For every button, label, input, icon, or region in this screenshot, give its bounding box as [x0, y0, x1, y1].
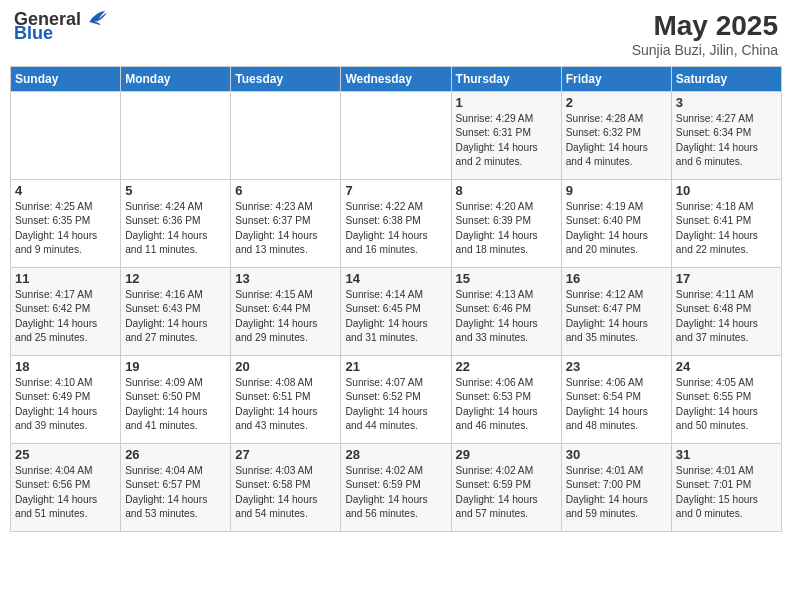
day-info: Sunrise: 4:14 AMSunset: 6:45 PMDaylight:… [345, 288, 446, 345]
day-number: 19 [125, 359, 226, 374]
day-number: 25 [15, 447, 116, 462]
day-info: Sunrise: 4:09 AMSunset: 6:50 PMDaylight:… [125, 376, 226, 433]
day-number: 24 [676, 359, 777, 374]
day-number: 29 [456, 447, 557, 462]
calendar-cell: 27Sunrise: 4:03 AMSunset: 6:58 PMDayligh… [231, 444, 341, 532]
day-info: Sunrise: 4:01 AMSunset: 7:00 PMDaylight:… [566, 464, 667, 521]
day-number: 12 [125, 271, 226, 286]
calendar-table: SundayMondayTuesdayWednesdayThursdayFrid… [10, 66, 782, 532]
day-number: 18 [15, 359, 116, 374]
day-number: 28 [345, 447, 446, 462]
day-info: Sunrise: 4:05 AMSunset: 6:55 PMDaylight:… [676, 376, 777, 433]
day-info: Sunrise: 4:17 AMSunset: 6:42 PMDaylight:… [15, 288, 116, 345]
day-number: 15 [456, 271, 557, 286]
calendar-cell: 29Sunrise: 4:02 AMSunset: 6:59 PMDayligh… [451, 444, 561, 532]
logo-text: General Blue [14, 10, 107, 44]
title-block: May 2025 Sunjia Buzi, Jilin, China [632, 10, 778, 58]
day-number: 17 [676, 271, 777, 286]
day-info: Sunrise: 4:20 AMSunset: 6:39 PMDaylight:… [456, 200, 557, 257]
day-number: 5 [125, 183, 226, 198]
calendar-cell: 23Sunrise: 4:06 AMSunset: 6:54 PMDayligh… [561, 356, 671, 444]
calendar-header-row: SundayMondayTuesdayWednesdayThursdayFrid… [11, 67, 782, 92]
day-number: 13 [235, 271, 336, 286]
calendar-cell: 28Sunrise: 4:02 AMSunset: 6:59 PMDayligh… [341, 444, 451, 532]
day-number: 26 [125, 447, 226, 462]
header-wednesday: Wednesday [341, 67, 451, 92]
day-info: Sunrise: 4:04 AMSunset: 6:56 PMDaylight:… [15, 464, 116, 521]
day-info: Sunrise: 4:23 AMSunset: 6:37 PMDaylight:… [235, 200, 336, 257]
calendar-title: May 2025 [632, 10, 778, 42]
day-info: Sunrise: 4:03 AMSunset: 6:58 PMDaylight:… [235, 464, 336, 521]
calendar-cell [11, 92, 121, 180]
logo-blue-text: Blue [14, 24, 107, 44]
calendar-cell [341, 92, 451, 180]
day-number: 31 [676, 447, 777, 462]
day-info: Sunrise: 4:02 AMSunset: 6:59 PMDaylight:… [456, 464, 557, 521]
day-info: Sunrise: 4:15 AMSunset: 6:44 PMDaylight:… [235, 288, 336, 345]
day-info: Sunrise: 4:13 AMSunset: 6:46 PMDaylight:… [456, 288, 557, 345]
day-info: Sunrise: 4:27 AMSunset: 6:34 PMDaylight:… [676, 112, 777, 169]
calendar-cell: 25Sunrise: 4:04 AMSunset: 6:56 PMDayligh… [11, 444, 121, 532]
header-sunday: Sunday [11, 67, 121, 92]
calendar-cell: 21Sunrise: 4:07 AMSunset: 6:52 PMDayligh… [341, 356, 451, 444]
calendar-cell: 26Sunrise: 4:04 AMSunset: 6:57 PMDayligh… [121, 444, 231, 532]
header-monday: Monday [121, 67, 231, 92]
day-number: 30 [566, 447, 667, 462]
day-info: Sunrise: 4:22 AMSunset: 6:38 PMDaylight:… [345, 200, 446, 257]
day-number: 8 [456, 183, 557, 198]
header-friday: Friday [561, 67, 671, 92]
day-number: 21 [345, 359, 446, 374]
day-number: 23 [566, 359, 667, 374]
calendar-cell: 30Sunrise: 4:01 AMSunset: 7:00 PMDayligh… [561, 444, 671, 532]
day-info: Sunrise: 4:08 AMSunset: 6:51 PMDaylight:… [235, 376, 336, 433]
calendar-cell: 10Sunrise: 4:18 AMSunset: 6:41 PMDayligh… [671, 180, 781, 268]
calendar-cell: 5Sunrise: 4:24 AMSunset: 6:36 PMDaylight… [121, 180, 231, 268]
day-info: Sunrise: 4:02 AMSunset: 6:59 PMDaylight:… [345, 464, 446, 521]
day-info: Sunrise: 4:24 AMSunset: 6:36 PMDaylight:… [125, 200, 226, 257]
week-row-2: 4Sunrise: 4:25 AMSunset: 6:35 PMDaylight… [11, 180, 782, 268]
week-row-3: 11Sunrise: 4:17 AMSunset: 6:42 PMDayligh… [11, 268, 782, 356]
day-info: Sunrise: 4:19 AMSunset: 6:40 PMDaylight:… [566, 200, 667, 257]
day-info: Sunrise: 4:06 AMSunset: 6:53 PMDaylight:… [456, 376, 557, 433]
day-number: 27 [235, 447, 336, 462]
week-row-4: 18Sunrise: 4:10 AMSunset: 6:49 PMDayligh… [11, 356, 782, 444]
day-info: Sunrise: 4:18 AMSunset: 6:41 PMDaylight:… [676, 200, 777, 257]
calendar-cell: 20Sunrise: 4:08 AMSunset: 6:51 PMDayligh… [231, 356, 341, 444]
day-number: 7 [345, 183, 446, 198]
calendar-cell: 7Sunrise: 4:22 AMSunset: 6:38 PMDaylight… [341, 180, 451, 268]
calendar-cell: 9Sunrise: 4:19 AMSunset: 6:40 PMDaylight… [561, 180, 671, 268]
calendar-cell: 17Sunrise: 4:11 AMSunset: 6:48 PMDayligh… [671, 268, 781, 356]
day-info: Sunrise: 4:28 AMSunset: 6:32 PMDaylight:… [566, 112, 667, 169]
day-number: 11 [15, 271, 116, 286]
calendar-cell: 2Sunrise: 4:28 AMSunset: 6:32 PMDaylight… [561, 92, 671, 180]
calendar-cell: 31Sunrise: 4:01 AMSunset: 7:01 PMDayligh… [671, 444, 781, 532]
calendar-cell: 15Sunrise: 4:13 AMSunset: 6:46 PMDayligh… [451, 268, 561, 356]
calendar-cell: 1Sunrise: 4:29 AMSunset: 6:31 PMDaylight… [451, 92, 561, 180]
day-number: 10 [676, 183, 777, 198]
day-number: 6 [235, 183, 336, 198]
calendar-cell: 6Sunrise: 4:23 AMSunset: 6:37 PMDaylight… [231, 180, 341, 268]
header-saturday: Saturday [671, 67, 781, 92]
day-info: Sunrise: 4:12 AMSunset: 6:47 PMDaylight:… [566, 288, 667, 345]
calendar-cell: 8Sunrise: 4:20 AMSunset: 6:39 PMDaylight… [451, 180, 561, 268]
day-number: 4 [15, 183, 116, 198]
week-row-5: 25Sunrise: 4:04 AMSunset: 6:56 PMDayligh… [11, 444, 782, 532]
logo: General Blue [14, 10, 107, 44]
week-row-1: 1Sunrise: 4:29 AMSunset: 6:31 PMDaylight… [11, 92, 782, 180]
day-info: Sunrise: 4:11 AMSunset: 6:48 PMDaylight:… [676, 288, 777, 345]
calendar-cell: 12Sunrise: 4:16 AMSunset: 6:43 PMDayligh… [121, 268, 231, 356]
day-number: 14 [345, 271, 446, 286]
day-number: 9 [566, 183, 667, 198]
day-number: 1 [456, 95, 557, 110]
day-number: 3 [676, 95, 777, 110]
calendar-cell: 24Sunrise: 4:05 AMSunset: 6:55 PMDayligh… [671, 356, 781, 444]
header-thursday: Thursday [451, 67, 561, 92]
day-info: Sunrise: 4:07 AMSunset: 6:52 PMDaylight:… [345, 376, 446, 433]
calendar-cell: 4Sunrise: 4:25 AMSunset: 6:35 PMDaylight… [11, 180, 121, 268]
day-number: 16 [566, 271, 667, 286]
calendar-cell: 3Sunrise: 4:27 AMSunset: 6:34 PMDaylight… [671, 92, 781, 180]
calendar-cell [231, 92, 341, 180]
day-info: Sunrise: 4:01 AMSunset: 7:01 PMDaylight:… [676, 464, 777, 521]
calendar-cell: 19Sunrise: 4:09 AMSunset: 6:50 PMDayligh… [121, 356, 231, 444]
day-info: Sunrise: 4:04 AMSunset: 6:57 PMDaylight:… [125, 464, 226, 521]
